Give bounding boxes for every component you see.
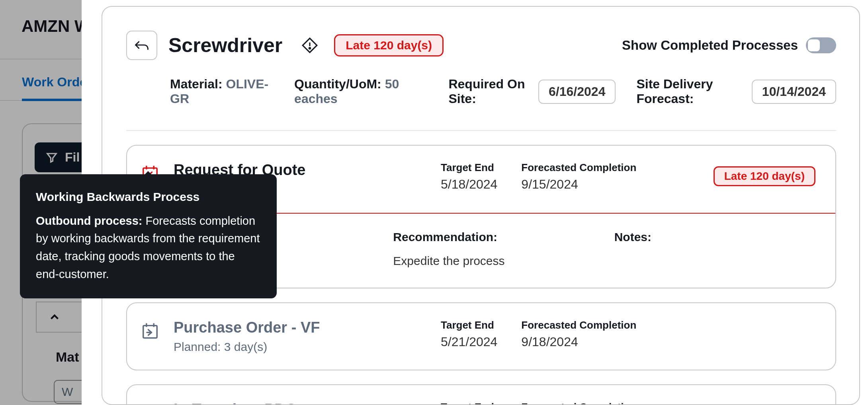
target-end-label: Target End	[441, 401, 497, 405]
process-title: In-Transit to PDC	[174, 401, 426, 405]
meta-site-delivery-forecast: Site Delivery Forecast: 10/14/2024	[636, 77, 836, 106]
forecast-col: Forecasted Completion 9/24/2024	[521, 401, 636, 405]
recommendation-value: Expedite the process	[393, 254, 594, 268]
process-card-intransit[interactable]: In-Transit to PDC Target End 5/27/2024 F…	[126, 384, 836, 405]
process-title: Purchase Order - VF	[174, 319, 426, 336]
meta-row: Material: OLIVE-GR Quantity/UoM: 50 each…	[126, 77, 836, 131]
back-button[interactable]	[126, 31, 157, 60]
target-end-col: Target End 5/27/2024	[441, 401, 497, 405]
tooltip-body-strong: Outbound process:	[36, 214, 142, 227]
toggle-knob	[808, 39, 820, 51]
show-completed-toggle[interactable]	[806, 37, 836, 53]
forecast-value: 9/18/2024	[521, 335, 636, 349]
svg-point-2	[309, 48, 311, 49]
tooltip-working-backwards: Working Backwards Process Outbound proce…	[20, 174, 277, 298]
forecast-label: Forecasted Completion	[521, 401, 636, 405]
meta-ros-value[interactable]: 6/16/2024	[538, 80, 616, 104]
process-header: In-Transit to PDC Target End 5/27/2024 F…	[141, 401, 815, 405]
tooltip-body: Outbound process: Forecasts completion b…	[36, 212, 261, 284]
detail-header: Screwdriver Late 120 day(s) Show Complet…	[126, 31, 836, 60]
target-end-col: Target End 5/18/2024	[441, 162, 497, 192]
process-late-badge: Late 120 day(s)	[714, 166, 815, 186]
notes-col: Notes:	[614, 230, 815, 268]
meta-sdf-value[interactable]: 10/14/2024	[752, 80, 836, 104]
forecast-label: Forecasted Completion	[521, 162, 636, 174]
tooltip-title: Working Backwards Process	[36, 188, 261, 206]
process-card-po[interactable]: Purchase Order - VF Planned: 3 day(s) Ta…	[126, 302, 836, 370]
late-badge: Late 120 day(s)	[334, 34, 444, 56]
show-completed-label: Show Completed Processes	[622, 38, 798, 53]
meta-quantity: Quantity/UoM: 50 eaches	[294, 77, 428, 106]
meta-material: Material: OLIVE-GR	[170, 77, 274, 106]
meta-ros-label: Required On Site:	[448, 77, 534, 106]
target-end-label: Target End	[441, 319, 497, 331]
calendar-forward-icon	[141, 321, 159, 340]
forecast-col: Forecasted Completion 9/15/2024	[521, 162, 636, 192]
target-end-label: Target End	[441, 162, 497, 174]
meta-required-onsite: Required On Site: 6/16/2024	[448, 77, 616, 106]
back-icon	[134, 39, 150, 52]
notes-label: Notes:	[614, 230, 815, 244]
detail-title: Screwdriver	[168, 34, 282, 57]
meta-quantity-label: Quantity/UoM:	[294, 77, 381, 91]
target-end-value: 5/18/2024	[441, 177, 497, 192]
forecast-label: Forecasted Completion	[521, 319, 636, 331]
process-header: Purchase Order - VF Planned: 3 day(s) Ta…	[141, 319, 815, 354]
forecast-value: 9/15/2024	[521, 177, 636, 192]
target-end-col: Target End 5/21/2024	[441, 319, 497, 349]
process-planned: Planned: 3 day(s)	[174, 340, 426, 354]
meta-material-label: Material:	[170, 77, 223, 91]
target-end-value: 5/21/2024	[441, 335, 497, 349]
recommendation-label: Recommendation:	[393, 230, 594, 244]
forecast-col: Forecasted Completion 9/18/2024	[521, 319, 636, 349]
recommendation-col: Recommendation: Expedite the process	[393, 230, 594, 268]
calendar-forward-icon	[141, 403, 159, 405]
meta-sdf-label: Site Delivery Forecast:	[636, 77, 747, 106]
alert-diamond-icon	[301, 37, 318, 54]
